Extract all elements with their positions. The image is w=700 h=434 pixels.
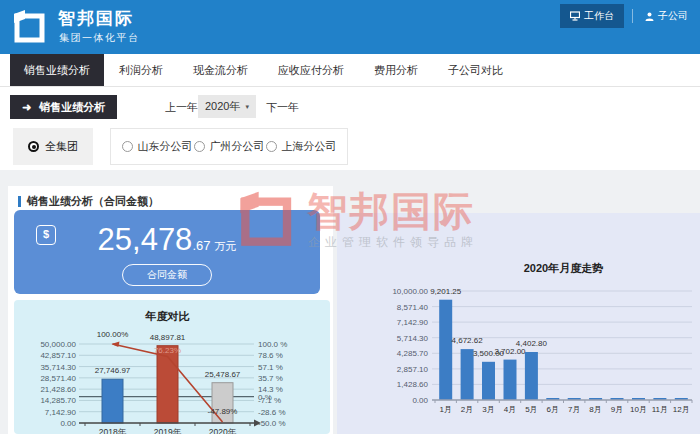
radio-group-all[interactable]: 全集团 — [13, 128, 93, 165]
svg-text:4月: 4月 — [504, 405, 516, 414]
top-white-block: 销售业绩分析 利润分析 现金流分析 应收应付分析 费用分析 子公司对比 ➜ 销售… — [0, 54, 700, 170]
svg-text:48,897.81: 48,897.81 — [150, 333, 186, 342]
svg-text:21,428.60: 21,428.60 — [40, 385, 76, 394]
svg-text:6月: 6月 — [547, 405, 559, 414]
svg-text:4,672.62: 4,672.62 — [452, 336, 484, 345]
subsidiary-label: 子公司 — [658, 9, 688, 23]
svg-text:2018年: 2018年 — [99, 427, 127, 434]
svg-text:10,000.00: 10,000.00 — [392, 287, 428, 296]
svg-text:28,571.40: 28,571.40 — [40, 374, 76, 383]
tab-subsidiary-compare[interactable]: 子公司对比 — [433, 54, 518, 86]
svg-text:50,000.00: 50,000.00 — [40, 340, 76, 349]
svg-text:57.1 %: 57.1 % — [258, 363, 283, 372]
svg-text:25,478.67: 25,478.67 — [205, 370, 241, 379]
radio-group-all-label: 全集团 — [45, 139, 78, 154]
amount-row: 25,478 .67 万元 — [14, 210, 320, 258]
svg-text:27,746.97: 27,746.97 — [95, 366, 131, 375]
toolbar: ➜ 销售业绩分析 上一年 2020年 ▾ 下一年 — [0, 87, 700, 126]
svg-text:4,285.70: 4,285.70 — [397, 349, 429, 358]
svg-text:1月: 1月 — [439, 405, 451, 414]
app-root: 智邦国际 集团一体化平台 工作台 子公司 销售 — [0, 0, 700, 434]
svg-text:35.7 %: 35.7 % — [258, 374, 283, 383]
svg-text:7,142.90: 7,142.90 — [45, 408, 77, 417]
section-badge-label: 销售业绩分析 — [39, 100, 105, 115]
svg-text:7月: 7月 — [568, 405, 580, 414]
workbench-icon — [570, 11, 580, 21]
svg-text:42,857.10: 42,857.10 — [40, 351, 76, 360]
branch-options-box: 山东分公司 广州分公司 上海分公司 — [110, 128, 348, 165]
workbench-label: 工作台 — [584, 9, 614, 23]
svg-text:5月: 5月 — [525, 405, 537, 414]
tab-profit[interactable]: 利润分析 — [104, 54, 178, 86]
svg-text:0.00: 0.00 — [412, 396, 428, 405]
svg-text:1,428.60: 1,428.60 — [397, 380, 429, 389]
radio-branch-shandong[interactable]: 山东分公司 — [122, 139, 193, 154]
prev-year-button[interactable]: 上一年 — [165, 100, 198, 115]
radio-icon — [266, 141, 277, 152]
radio-branch-guangzhou[interactable]: 广州分公司 — [194, 139, 265, 154]
sales-summary-panel: 销售业绩分析（合同金额） $ 25,478 .67 万元 合同金额 年度对比 5… — [8, 186, 333, 434]
svg-text:11月: 11月 — [652, 405, 668, 414]
currency-icon: $ — [36, 225, 56, 245]
logo-title: 智邦国际 — [58, 7, 134, 30]
svg-text:100.00%: 100.00% — [97, 330, 129, 339]
radio-branch-guangzhou-label: 广州分公司 — [210, 139, 265, 154]
filters-row: 全集团 山东分公司 广州分公司 上海分公司 — [0, 126, 700, 170]
svg-text:2,857.10: 2,857.10 — [397, 365, 429, 374]
radio-branch-shandong-label: 山东分公司 — [138, 139, 193, 154]
svg-text:9月: 9月 — [611, 405, 623, 414]
year-select-value: 2020年 — [205, 99, 240, 114]
svg-text:12月: 12月 — [673, 405, 690, 414]
app-header: 智邦国际 集团一体化平台 工作台 子公司 — [0, 0, 700, 54]
svg-text:2019年: 2019年 — [154, 427, 182, 434]
svg-text:0 %: 0 % — [258, 393, 272, 402]
amount-decimal: .67 — [192, 238, 210, 253]
radio-checked-icon — [28, 141, 39, 152]
svg-text:14,285.70: 14,285.70 — [40, 396, 76, 405]
svg-text:0.00: 0.00 — [60, 419, 76, 428]
logo-subtitle: 集团一体化平台 — [59, 31, 140, 45]
svg-text:-47.89%: -47.89% — [208, 407, 238, 416]
section-title: 销售业绩分析（合同金额） — [18, 194, 159, 209]
svg-text:5,714.30: 5,714.30 — [397, 334, 429, 343]
radio-icon — [194, 141, 205, 152]
tab-expense[interactable]: 费用分析 — [359, 54, 433, 86]
svg-text:8,571.40: 8,571.40 — [397, 303, 429, 312]
svg-text:35,714.30: 35,714.30 — [40, 363, 76, 372]
svg-text:76.23%: 76.23% — [154, 346, 181, 355]
header-actions: 工作台 子公司 — [560, 4, 692, 28]
main-content: 销售业绩分析（合同金额） $ 25,478 .67 万元 合同金额 年度对比 5… — [0, 170, 700, 434]
svg-text:7,142.90: 7,142.90 — [397, 318, 429, 327]
annual-comparison-chart: 年度对比 50,000.00100.0 %42,857.1078.6 %35,7… — [14, 300, 330, 434]
tab-cashflow[interactable]: 现金流分析 — [178, 54, 263, 86]
svg-text:8月: 8月 — [589, 405, 601, 414]
amount-unit: 万元 — [214, 239, 236, 254]
main-nav: 销售业绩分析 利润分析 现金流分析 应收应付分析 费用分析 子公司对比 — [0, 54, 700, 87]
section-title-text: 销售业绩分析（合同金额） — [27, 194, 159, 209]
monthly-trend-chart: 2020年月度走势 10,000.008,571.407,142.905,714… — [337, 213, 700, 434]
contract-amount-button[interactable]: 合同金额 — [122, 264, 212, 286]
logo-icon — [12, 9, 48, 45]
subsidiary-button[interactable]: 子公司 — [641, 9, 692, 23]
amount-value: 25,478 — [98, 222, 193, 258]
svg-text:-28.6 %: -28.6 % — [258, 408, 286, 417]
contract-amount-card: $ 25,478 .67 万元 合同金额 — [14, 210, 320, 294]
title-accent-bar — [18, 196, 21, 207]
section-badge: ➜ 销售业绩分析 — [10, 95, 117, 119]
tab-sales-performance[interactable]: 销售业绩分析 — [10, 54, 104, 86]
radio-branch-shanghai[interactable]: 上海分公司 — [266, 139, 337, 154]
radio-branch-shanghai-label: 上海分公司 — [282, 139, 337, 154]
arrow-right-icon: ➜ — [22, 101, 31, 114]
svg-text:2月: 2月 — [461, 405, 473, 414]
tab-receivable-payable[interactable]: 应收应付分析 — [263, 54, 359, 86]
caret-down-icon: ▾ — [245, 103, 249, 111]
header-divider — [632, 9, 633, 23]
next-year-button[interactable]: 下一年 — [266, 100, 299, 115]
svg-text:2020年: 2020年 — [209, 427, 237, 434]
workbench-button[interactable]: 工作台 — [560, 4, 624, 28]
year-select[interactable]: 2020年 ▾ — [198, 95, 256, 118]
monthly-trend-panel: 2020年月度走势 10,000.008,571.407,142.905,714… — [337, 213, 700, 434]
svg-text:-50.0 %: -50.0 % — [258, 419, 286, 428]
svg-text:4,402.80: 4,402.80 — [516, 339, 548, 348]
svg-text:100.0 %: 100.0 % — [258, 340, 287, 349]
